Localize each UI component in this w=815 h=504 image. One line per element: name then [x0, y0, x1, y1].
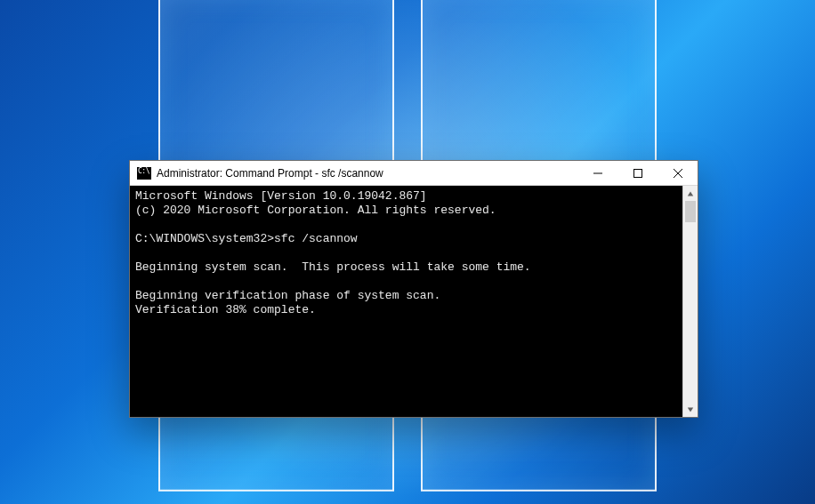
window-title: Administrator: Command Prompt - sfc /sca…: [157, 167, 577, 180]
terminal-line: Beginning verification phase of system s…: [135, 289, 440, 302]
terminal-line: (c) 2020 Microsoft Corporation. All righ…: [135, 204, 496, 217]
terminal-output[interactable]: Microsoft Windows [Version 10.0.19042.86…: [130, 186, 682, 417]
vertical-scrollbar[interactable]: [682, 186, 698, 417]
titlebar[interactable]: Administrator: Command Prompt - sfc /sca…: [130, 161, 698, 186]
client-area: Microsoft Windows [Version 10.0.19042.86…: [130, 186, 698, 417]
desktop-background: Administrator: Command Prompt - sfc /sca…: [0, 0, 815, 504]
command-prompt-window: Administrator: Command Prompt - sfc /sca…: [129, 160, 698, 418]
minimize-button[interactable]: [577, 161, 617, 185]
scroll-up-button[interactable]: [683, 186, 698, 201]
window-controls: [577, 161, 698, 185]
svg-marker-5: [688, 407, 693, 412]
scroll-down-button[interactable]: [683, 402, 698, 417]
cmd-icon: [137, 167, 151, 180]
terminal-line: Verification 38% complete.: [135, 303, 316, 316]
terminal-line: Microsoft Windows [Version 10.0.19042.86…: [135, 189, 427, 203]
terminal-line: C:\WINDOWS\system32>sfc /scannow: [135, 232, 358, 245]
close-button[interactable]: [658, 161, 698, 185]
terminal-line: Beginning system scan. This process will…: [135, 260, 531, 274]
svg-marker-4: [688, 191, 693, 196]
scroll-thumb[interactable]: [685, 201, 696, 222]
maximize-button[interactable]: [617, 161, 658, 185]
svg-rect-1: [633, 169, 642, 177]
